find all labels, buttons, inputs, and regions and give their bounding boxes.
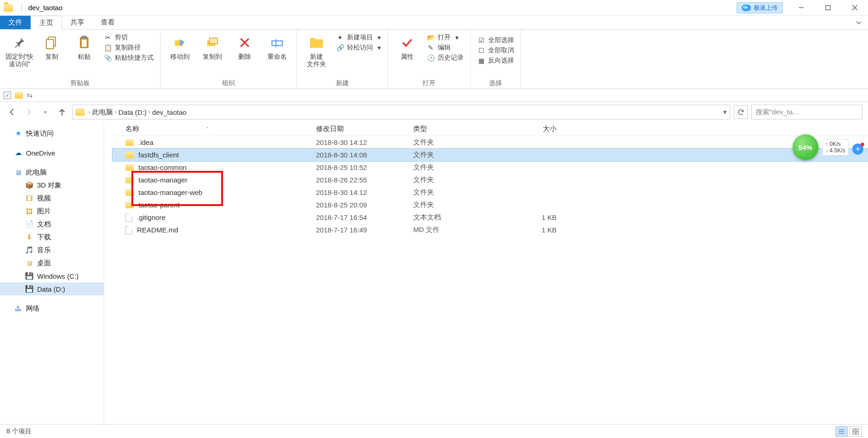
recent-dropdown[interactable]: ▾ xyxy=(39,106,52,119)
status-bar: 8 个项目 xyxy=(0,424,868,438)
tab-file[interactable]: 文件 xyxy=(0,16,31,29)
folder-icon xyxy=(125,202,134,208)
new-folder-button[interactable]: 新建 文件夹 xyxy=(301,31,332,68)
file-row[interactable]: taotao-manager-web2018-8-30 14:12文件夹 xyxy=(112,186,868,199)
folder-icon xyxy=(125,177,134,183)
delete-button[interactable]: 删除 xyxy=(229,31,260,60)
edit-icon: ✎ xyxy=(427,44,435,52)
copy-path-button[interactable]: 📋复制路径 xyxy=(104,44,154,52)
delete-icon xyxy=(236,34,253,51)
svg-rect-15 xyxy=(272,41,283,45)
sidebar-item[interactable]: 🖥桌面 xyxy=(0,257,104,269)
cut-button[interactable]: ✂剪切 xyxy=(104,33,154,42)
history-button[interactable]: 🕑历史记录 xyxy=(427,54,464,62)
pin-to-quick-access-button[interactable]: 固定到"快 速访问" xyxy=(4,31,35,68)
invert-selection-button[interactable]: ▦反向选择 xyxy=(477,56,514,65)
checkbox-toggle[interactable]: ✓ xyxy=(4,92,11,99)
file-icon xyxy=(125,213,132,222)
sidebar-item[interactable]: 🎞视频 xyxy=(0,192,104,205)
svg-rect-1 xyxy=(825,6,830,10)
address-dropdown[interactable]: ▾ xyxy=(723,108,727,116)
column-size[interactable]: 大小 xyxy=(506,125,566,133)
file-type: 文件夹 xyxy=(413,188,506,197)
drive-icon: 📄 xyxy=(25,220,33,228)
select-all-button[interactable]: ☑全部选择 xyxy=(477,36,514,44)
forward-button[interactable] xyxy=(22,106,35,119)
copy-to-icon xyxy=(204,34,221,51)
move-icon xyxy=(172,34,188,51)
file-date: 2018-7-17 16:54 xyxy=(316,213,413,221)
sidebar-item[interactable]: 💾Windows (C:) xyxy=(0,269,104,282)
folder-icon xyxy=(75,108,85,116)
column-date[interactable]: 修改日期 xyxy=(316,125,413,133)
up-button[interactable] xyxy=(56,106,68,119)
qat-dropdown[interactable]: ⇆ xyxy=(27,91,33,100)
tab-share[interactable]: 共享 xyxy=(62,16,93,29)
sidebar-item[interactable]: 📦3D 对象 xyxy=(0,179,104,192)
file-row[interactable]: taotao-common2018-8-25 10:52文件夹 xyxy=(112,161,868,174)
select-none-button[interactable]: ☐全部取消 xyxy=(477,46,514,55)
tab-view[interactable]: 查看 xyxy=(93,16,123,29)
sidebar-quick-access[interactable]: ★快速访问 xyxy=(0,127,104,140)
sidebar-item[interactable]: 💾Data (D:) xyxy=(0,282,104,295)
network-percent-badge: 54% xyxy=(793,134,818,160)
breadcrumb-item[interactable]: Data (D:) › xyxy=(118,108,150,116)
file-type: 文件夹 xyxy=(413,163,506,172)
sidebar-network[interactable]: 🖧网络 xyxy=(0,302,104,315)
rename-button[interactable]: 重命名 xyxy=(261,31,293,60)
breadcrumb-sep[interactable]: › xyxy=(88,109,90,115)
thumbnail-view-button[interactable] xyxy=(849,426,862,437)
file-row[interactable]: taotao-parent2018-8-25 20:09文件夹 xyxy=(112,199,868,211)
new-item-button[interactable]: ✦新建项目▾ xyxy=(336,33,381,42)
sidebar-item[interactable]: 🎵音乐 xyxy=(0,244,104,257)
file-row[interactable]: README.md2018-7-17 16:49MD 文件1 KB xyxy=(112,224,868,236)
sidebar-item[interactable]: 🖼图片 xyxy=(0,205,104,218)
tab-home[interactable]: 主页 xyxy=(31,16,62,30)
network-plus-button[interactable]: + xyxy=(852,144,863,155)
paste-shortcut-button[interactable]: 📎粘贴快捷方式 xyxy=(104,54,154,62)
file-type: 文件夹 xyxy=(413,150,506,159)
file-row[interactable]: .gitignore2018-7-17 16:54文本文档1 KB xyxy=(112,211,868,224)
close-button[interactable] xyxy=(841,1,868,15)
cloud-upload-button[interactable]: 极速上传 xyxy=(737,2,783,13)
maximize-button[interactable] xyxy=(814,1,841,15)
address-row: ▾ › 此电脑 › Data (D:) › dev_taotao ▾ 搜索"de… xyxy=(0,102,868,122)
divider xyxy=(21,3,22,13)
easy-access-button[interactable]: 🔗轻松访问▾ xyxy=(336,44,381,52)
move-to-button[interactable]: 移动到 xyxy=(164,31,196,60)
breadcrumb-item[interactable]: dev_taotao xyxy=(152,108,186,116)
file-row[interactable]: fastdfs_client2018-8-30 14:08文件夹 xyxy=(112,149,868,161)
refresh-button[interactable] xyxy=(734,105,748,119)
address-bar[interactable]: › 此电脑 › Data (D:) › dev_taotao ▾ xyxy=(72,105,730,119)
back-button[interactable] xyxy=(6,106,19,119)
copy-to-button[interactable]: 复制到 xyxy=(197,31,228,60)
open-button[interactable]: 📂打开▾ xyxy=(427,33,464,42)
copy-button[interactable]: 复制 xyxy=(36,31,68,60)
file-row[interactable]: taotao-manager2018-8-26 22:55文件夹 xyxy=(112,174,868,186)
details-view-button[interactable] xyxy=(836,426,848,437)
network-monitor-widget[interactable]: 54% 0K/s 4.5K/s + xyxy=(793,134,863,160)
file-size: 1 KB xyxy=(506,213,566,221)
minimize-button[interactable] xyxy=(787,1,814,15)
sidebar-item[interactable]: 📄文档 xyxy=(0,218,104,231)
sidebar-onedrive[interactable]: ☁OneDrive xyxy=(0,146,104,159)
shortcut-icon: 📎 xyxy=(104,54,112,62)
search-input[interactable]: 搜索"dev_ta... xyxy=(751,105,862,119)
sidebar-thispc[interactable]: 🖥此电脑 xyxy=(0,166,104,179)
drive-icon: 💾 xyxy=(25,272,33,280)
edit-button[interactable]: ✎编辑 xyxy=(427,44,464,52)
column-name[interactable]: 名称 ˄ xyxy=(112,125,316,133)
file-type: 文件夹 xyxy=(413,200,506,209)
column-type[interactable]: 类型 xyxy=(413,125,506,133)
file-name: taotao-manager-web xyxy=(138,188,202,196)
upload-speed: 0K/s xyxy=(825,141,845,147)
collapse-ribbon-button[interactable] xyxy=(849,16,868,29)
svg-rect-24 xyxy=(856,429,858,431)
new-folder-icon xyxy=(308,34,325,51)
sidebar-item[interactable]: ⬇下载 xyxy=(0,231,104,244)
breadcrumb-item[interactable]: 此电脑 › xyxy=(92,108,117,117)
paste-button[interactable]: 粘贴 xyxy=(68,31,100,60)
file-row[interactable]: .idea2018-8-30 14:12文件夹 xyxy=(112,136,868,149)
properties-button[interactable]: 属性 xyxy=(391,31,423,60)
file-size: 1 KB xyxy=(506,226,566,234)
